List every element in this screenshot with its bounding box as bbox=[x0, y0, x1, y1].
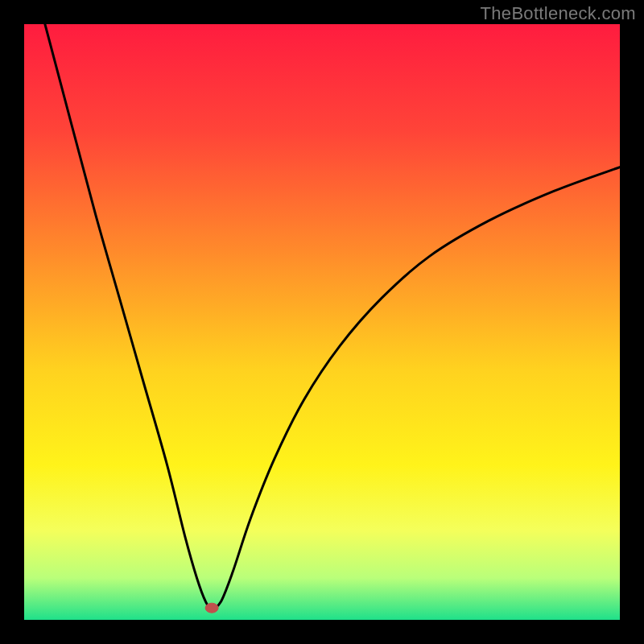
chart-svg bbox=[24, 24, 620, 620]
plot-area bbox=[24, 24, 620, 620]
chart-frame: TheBottleneck.com bbox=[0, 0, 644, 644]
gradient-background bbox=[24, 24, 620, 620]
watermark-text: TheBottleneck.com bbox=[481, 3, 636, 24]
optimal-point-marker bbox=[205, 603, 218, 613]
